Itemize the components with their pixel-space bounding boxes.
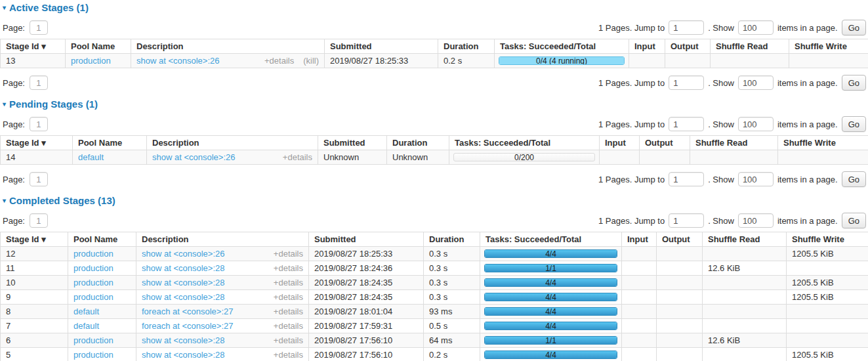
column-header-shuffle-write[interactable]: Shuffle Write bbox=[787, 232, 868, 247]
description-link[interactable]: show at <console>:28 bbox=[142, 350, 224, 360]
jump-to-input[interactable] bbox=[669, 117, 704, 131]
go-button[interactable]: Go bbox=[842, 171, 866, 187]
pool-name-link[interactable]: production bbox=[73, 278, 114, 287]
details-link[interactable]: +details bbox=[274, 278, 303, 287]
column-header-pool-name[interactable]: Pool Name bbox=[66, 39, 131, 54]
tasks-progress-cell: 4/4 bbox=[480, 348, 622, 361]
pages-info: 1 Pages. Jump to bbox=[598, 175, 665, 184]
column-header-shuffle-read[interactable]: Shuffle Read bbox=[690, 136, 778, 150]
stage-id-cell: 14 bbox=[1, 150, 73, 165]
pool-name-link[interactable]: production bbox=[73, 292, 114, 302]
column-header-output[interactable]: Output bbox=[657, 232, 703, 247]
column-header-description[interactable]: Description bbox=[147, 136, 318, 150]
description-link[interactable]: show at <console>:28 bbox=[142, 263, 224, 273]
stage-row: 11productionshow at <console>:28+details… bbox=[1, 261, 868, 276]
column-header-description[interactable]: Description bbox=[136, 232, 309, 247]
details-link[interactable]: +details bbox=[274, 350, 303, 360]
show-items-input[interactable] bbox=[738, 75, 774, 90]
column-header-input[interactable]: Input bbox=[622, 232, 657, 247]
jump-to-input[interactable] bbox=[669, 213, 704, 228]
progress-label: 4/4 bbox=[485, 308, 617, 315]
column-header-output[interactable]: Output bbox=[665, 39, 711, 54]
column-header-duration[interactable]: Duration bbox=[387, 136, 449, 150]
show-items-input[interactable] bbox=[738, 117, 774, 131]
pool-name-link[interactable]: default bbox=[73, 321, 99, 331]
details-link[interactable]: +details bbox=[274, 263, 303, 273]
duration-cell: 0.5 s bbox=[424, 319, 480, 333]
items-label: items in a page. bbox=[777, 78, 838, 88]
completed-stages-table: Stage Id ▾Pool NameDescriptionSubmittedD… bbox=[0, 232, 868, 361]
jump-to-input[interactable] bbox=[669, 75, 704, 90]
pool-name-link[interactable]: production bbox=[73, 335, 114, 345]
jump-to-input[interactable] bbox=[669, 172, 704, 186]
details-link[interactable]: +details bbox=[283, 152, 312, 162]
active-stages-title[interactable]: ▾ Active Stages (1) bbox=[3, 2, 868, 13]
column-header-shuffle-read[interactable]: Shuffle Read bbox=[711, 39, 789, 54]
stage-id-cell: 5 bbox=[1, 348, 68, 361]
page-input[interactable] bbox=[30, 75, 48, 90]
column-header-stage-id[interactable]: Stage Id ▾ bbox=[1, 232, 68, 247]
pool-name-link[interactable]: default bbox=[73, 307, 99, 316]
column-header-description[interactable]: Description bbox=[131, 39, 325, 54]
details-link[interactable]: +details bbox=[274, 249, 303, 259]
description-link[interactable]: foreach at <console>:27 bbox=[142, 307, 234, 316]
sort-desc-icon: ▾ bbox=[39, 234, 46, 244]
go-button[interactable]: Go bbox=[842, 116, 866, 132]
pool-name-cell: production bbox=[68, 276, 136, 290]
column-header-pool-name[interactable]: Pool Name bbox=[68, 232, 136, 247]
pool-name-link[interactable]: production bbox=[73, 263, 114, 273]
pool-name-link[interactable]: production bbox=[73, 350, 114, 360]
show-items-input[interactable] bbox=[738, 172, 774, 186]
go-button[interactable]: Go bbox=[842, 213, 866, 228]
show-items-input[interactable] bbox=[738, 20, 774, 35]
go-button[interactable]: Go bbox=[842, 20, 866, 35]
jump-to-input[interactable] bbox=[669, 20, 704, 35]
page-input[interactable] bbox=[30, 20, 48, 35]
column-header-duration[interactable]: Duration bbox=[424, 232, 480, 247]
column-header-tasks-succeeded-total[interactable]: Tasks: Succeeded/Total bbox=[449, 136, 600, 150]
pending-stages-title[interactable]: ▾ Pending Stages (1) bbox=[3, 98, 868, 110]
task-progress-bar: 4/4 bbox=[484, 293, 617, 301]
column-header-output[interactable]: Output bbox=[640, 136, 690, 150]
details-link[interactable]: +details bbox=[264, 56, 294, 66]
kill-link[interactable]: (kill) bbox=[303, 56, 319, 66]
description-link[interactable]: show at <console>:26 bbox=[152, 152, 235, 162]
details-link[interactable]: +details bbox=[274, 307, 303, 316]
collapse-arrow-icon: ▾ bbox=[3, 198, 6, 204]
column-header-shuffle-write[interactable]: Shuffle Write bbox=[778, 136, 868, 150]
column-header-pool-name[interactable]: Pool Name bbox=[73, 136, 147, 150]
description-link[interactable]: show at <console>:26 bbox=[142, 249, 224, 259]
completed-stages-title[interactable]: ▾ Completed Stages (13) bbox=[3, 195, 868, 206]
details-link[interactable]: +details bbox=[274, 335, 303, 345]
column-header-shuffle-read[interactable]: Shuffle Read bbox=[703, 232, 787, 247]
pool-name-link[interactable]: production bbox=[71, 56, 111, 66]
column-header-stage-id[interactable]: Stage Id ▾ bbox=[1, 39, 66, 54]
column-header-tasks-succeeded-total[interactable]: Tasks: Succeeded/Total bbox=[495, 39, 629, 54]
go-button[interactable]: Go bbox=[842, 75, 866, 91]
table-header: Stage Id ▾Pool NameDescriptionSubmittedD… bbox=[1, 232, 868, 247]
column-header-submitted[interactable]: Submitted bbox=[309, 232, 424, 247]
description-link[interactable]: show at <console>:26 bbox=[136, 56, 219, 66]
column-header-submitted[interactable]: Submitted bbox=[318, 136, 387, 150]
column-header-input[interactable]: Input bbox=[629, 39, 665, 54]
details-link[interactable]: +details bbox=[274, 321, 303, 331]
page-input[interactable] bbox=[30, 172, 48, 186]
description-link[interactable]: show at <console>:28 bbox=[142, 292, 224, 302]
column-header-submitted[interactable]: Submitted bbox=[325, 39, 438, 54]
description-link[interactable]: show at <console>:28 bbox=[142, 335, 224, 345]
description-link[interactable]: show at <console>:28 bbox=[142, 278, 224, 287]
details-link[interactable]: +details bbox=[274, 292, 303, 302]
column-header-duration[interactable]: Duration bbox=[438, 39, 495, 54]
page-input[interactable] bbox=[30, 213, 48, 228]
active-stages-section: ▾ Active Stages (1) Page: 1 Pages. Jump … bbox=[0, 2, 868, 91]
column-header-shuffle-write[interactable]: Shuffle Write bbox=[789, 39, 868, 54]
description-link[interactable]: foreach at <console>:27 bbox=[142, 321, 234, 331]
output-cell bbox=[657, 290, 703, 305]
show-items-input[interactable] bbox=[738, 213, 774, 228]
pool-name-link[interactable]: default bbox=[78, 152, 104, 162]
page-input[interactable] bbox=[30, 117, 48, 131]
pool-name-link[interactable]: production bbox=[73, 249, 114, 259]
column-header-input[interactable]: Input bbox=[600, 136, 640, 150]
column-header-stage-id[interactable]: Stage Id ▾ bbox=[1, 136, 73, 150]
column-header-tasks-succeeded-total[interactable]: Tasks: Succeeded/Total bbox=[480, 232, 622, 247]
